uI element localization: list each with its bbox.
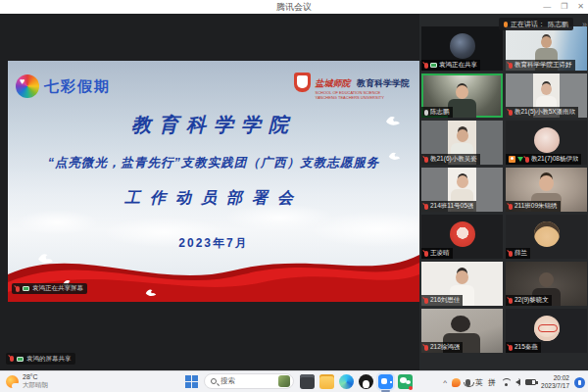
share-pill-text: 袁鸿的屏幕共享 bbox=[26, 355, 72, 364]
avatar bbox=[534, 316, 560, 341]
participant-name: 教21(6)小教吴姿 bbox=[430, 155, 477, 164]
speaking-name: 陈志鹏 bbox=[548, 20, 568, 29]
participant-tile[interactable]: 薛兰 bbox=[506, 215, 587, 259]
participant-tile[interactable]: 教21(6)小教吴姿 bbox=[421, 121, 503, 165]
participant-tile[interactable]: 教21(7)08杨伊欣 bbox=[506, 121, 587, 165]
avatar bbox=[450, 33, 475, 59]
department-name: 教育科学学院 bbox=[357, 77, 410, 90]
tray-mic-icon[interactable] bbox=[466, 379, 470, 386]
participant-nametag: 袁鸿正在共享 bbox=[421, 60, 480, 71]
participant-nametag: 教育科学学院王诗妤 bbox=[506, 60, 575, 71]
speaker-icon[interactable] bbox=[515, 379, 520, 385]
participant-tile-speaking[interactable]: 陈志鹏 bbox=[421, 74, 503, 118]
weather-widget[interactable]: 28°C 大部晴朗 bbox=[6, 373, 48, 389]
participant-name: 212徐鸿强 bbox=[430, 343, 460, 352]
presentation-slide: 七彩假期 盐城师院 教育科学学院 SCHOOL OF EDUCATION SCI… bbox=[8, 61, 419, 302]
screen-share-status-pill[interactable]: 袁鸿的屏幕共享 bbox=[6, 353, 75, 365]
participant-tile[interactable]: 王凌晴 bbox=[421, 215, 503, 259]
search-input[interactable]: 搜索 bbox=[204, 373, 294, 389]
maximize-button[interactable]: ❐ bbox=[561, 0, 567, 14]
wechat-icon[interactable] bbox=[398, 374, 413, 389]
qq-icon[interactable] bbox=[359, 374, 373, 389]
slide-heading2: 工作动员部署会 bbox=[8, 188, 419, 209]
participant-name: 陈志鹏 bbox=[430, 108, 450, 117]
participant-tile[interactable]: 教育科学学院王诗妤 bbox=[506, 26, 587, 71]
muted-mic-icon bbox=[509, 251, 513, 257]
presenter-overlay-pill: 袁鸿正在共享屏幕 bbox=[12, 283, 87, 294]
slide-subtitle: “点亮微光，盐青先行”支教实践团（广西）支教志愿服务 bbox=[8, 155, 419, 172]
participant-nametag: 214班11号05强 bbox=[421, 201, 476, 212]
participant-nametag: 211班09朱锦绣 bbox=[506, 201, 561, 212]
collapse-sidebar-icon[interactable]: » bbox=[582, 20, 587, 29]
muted-mic-icon bbox=[424, 345, 428, 351]
muted-mic-icon bbox=[16, 286, 20, 292]
windows-taskbar: 28°C 大部晴朗 搜索 ^ 英 bbox=[0, 370, 588, 392]
tencent-meeting-window: 腾讯会议 — ❐ ✕ 七彩假期 盐城师院 教育科学 bbox=[0, 0, 588, 392]
participant-nametag: 215秦燕 bbox=[506, 342, 541, 353]
participant-name: 211班09朱锦绣 bbox=[514, 202, 558, 211]
rainbow-flower-icon bbox=[16, 74, 39, 98]
taskbar-clock[interactable]: 20:02 2023/7/17 bbox=[541, 374, 569, 390]
participant-tile[interactable]: 212徐鸿强 bbox=[421, 309, 503, 353]
start-button[interactable] bbox=[184, 374, 198, 388]
minimize-button[interactable]: — bbox=[543, 0, 551, 14]
screen-share-icon bbox=[23, 286, 29, 291]
participant-name: 214班11号05强 bbox=[430, 202, 473, 211]
participant-nametag: 22(9)黎晓文 bbox=[506, 295, 552, 306]
participant-tile[interactable]: 216刘思佳 bbox=[421, 262, 503, 306]
flame-app-icon[interactable] bbox=[452, 378, 461, 387]
edge-browser-icon[interactable] bbox=[339, 374, 354, 389]
tray-time: 20:02 bbox=[541, 374, 569, 382]
meeting-content: 七彩假期 盐城师院 教育科学学院 SCHOOL OF EDUCATION SCI… bbox=[0, 14, 588, 370]
window-titlebar[interactable]: 腾讯会议 — ❐ ✕ bbox=[0, 0, 588, 14]
battery-icon[interactable] bbox=[525, 379, 536, 385]
tray-expand-icon[interactable]: ^ bbox=[443, 378, 447, 387]
participant-nametag: 薛兰 bbox=[506, 248, 530, 259]
notification-badge[interactable] bbox=[574, 377, 585, 388]
weather-icon bbox=[6, 375, 19, 388]
muted-mic-icon bbox=[509, 298, 513, 304]
participant-name: 袁鸿正在共享 bbox=[439, 61, 477, 70]
search-daily-image bbox=[278, 375, 290, 387]
dove-icon bbox=[385, 115, 401, 126]
muted-mic-icon bbox=[525, 157, 529, 163]
file-explorer-icon[interactable] bbox=[319, 374, 334, 389]
speaking-toast: 正在讲话： 陈志鹏 bbox=[499, 18, 573, 30]
wifi-icon[interactable] bbox=[501, 378, 511, 386]
participant-tile[interactable]: 22(9)黎晓文 bbox=[506, 262, 587, 306]
ime-mode-indicator[interactable]: 拼 bbox=[488, 377, 496, 388]
participant-name: 22(9)黎晓文 bbox=[514, 296, 549, 305]
active-mic-icon bbox=[424, 110, 428, 116]
participant-tile[interactable]: 袁鸿正在共享 bbox=[421, 26, 503, 71]
search-icon bbox=[211, 378, 217, 384]
participant-nametag: 教21(5)小教5X潘雨欣 bbox=[506, 107, 578, 118]
participant-name: 教育科学学院王诗妤 bbox=[514, 61, 572, 70]
close-button[interactable]: ✕ bbox=[577, 0, 584, 14]
tencent-meeting-icon[interactable] bbox=[378, 374, 393, 389]
participant-tile[interactable]: 214班11号05强 bbox=[421, 168, 503, 212]
participant-name: 教21(7)08杨伊欣 bbox=[531, 155, 578, 164]
app-window-icon[interactable] bbox=[300, 374, 315, 389]
participant-name: 教21(5)小教5X潘雨欣 bbox=[514, 108, 575, 117]
tray-date: 2023/7/17 bbox=[541, 382, 569, 390]
avatar bbox=[534, 127, 560, 153]
overlay-pill-text: 袁鸿正在共享屏幕 bbox=[32, 284, 83, 293]
muted-mic-icon bbox=[424, 63, 428, 69]
participant-tile[interactable]: 215秦燕 bbox=[506, 309, 587, 353]
muted-mic-icon bbox=[509, 110, 513, 116]
muted-mic-icon bbox=[509, 204, 513, 210]
participant-tile[interactable]: 教21(5)小教5X潘雨欣 bbox=[506, 74, 587, 118]
university-badge: 盐城师院 教育科学学院 SCHOOL OF EDUCATION SCIENCE … bbox=[294, 73, 410, 100]
screen-share-icon bbox=[17, 357, 24, 362]
network-good-icon bbox=[517, 157, 523, 162]
speaking-label: 正在讲话： bbox=[511, 20, 545, 29]
participant-nametag: 216刘思佳 bbox=[421, 295, 463, 306]
muted-mic-icon bbox=[424, 157, 428, 163]
ime-language-indicator[interactable]: 英 bbox=[475, 377, 483, 388]
system-tray: ^ 英 拼 20:02 2023/7/17 bbox=[443, 373, 585, 391]
hand-raised-icon bbox=[509, 156, 515, 163]
participant-tile[interactable]: 211班09朱锦绣 bbox=[506, 168, 587, 212]
participant-nametag: 教21(7)08杨伊欣 bbox=[506, 154, 581, 165]
muted-mic-icon bbox=[10, 356, 14, 362]
brand-logo: 七彩假期 bbox=[16, 74, 111, 98]
